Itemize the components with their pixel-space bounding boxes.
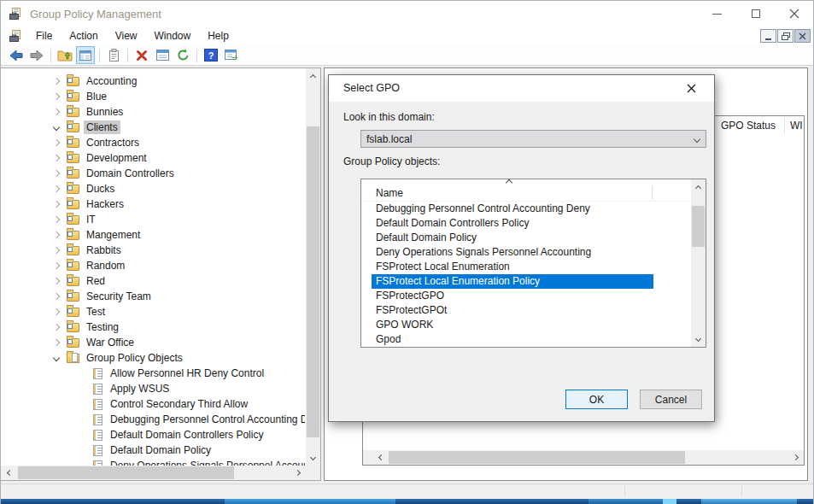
chevron-right-icon[interactable]	[53, 93, 60, 100]
chevron-right-icon[interactable]	[53, 155, 60, 161]
tree-item-mangement[interactable]: Mangement	[1, 227, 305, 243]
dialog-close-button[interactable]	[675, 75, 707, 102]
gpo-row[interactable]: FSProtectGPOt	[361, 303, 691, 318]
tree-item-hackers[interactable]: Hackers	[1, 196, 305, 212]
gpo-row[interactable]: FSProtectGPO	[361, 289, 691, 303]
chevron-right-icon[interactable]	[53, 293, 60, 300]
gpo-row[interactable]: Debugging Personnel Control Accounting D…	[361, 202, 691, 216]
close-button[interactable]	[775, 1, 813, 26]
tree-item-allow-personnel-hr-deny-control[interactable]: Allow Personnel HR Deny Control	[1, 366, 305, 381]
scroll-left-icon[interactable]	[372, 450, 387, 465]
scroll-right-icon[interactable]	[789, 450, 804, 465]
tree-item-group-policy-objects[interactable]: Group Policy Objects	[1, 350, 305, 366]
tree-item-default-domain-controllers-policy[interactable]: Default Domain Controllers Policy	[1, 427, 305, 442]
chevron-down-icon[interactable]	[53, 124, 60, 131]
chevron-down-icon[interactable]	[53, 355, 60, 361]
show-console-tree-button[interactable]	[76, 46, 95, 64]
column-divider[interactable]	[784, 118, 785, 133]
tree-item-default-domain-policy[interactable]: Default Domain Policy	[1, 442, 305, 458]
tree-item-debugging-personnel[interactable]: Debugging Personnel Control Accounting D…	[1, 412, 305, 427]
tree-hscroll-thumb[interactable]	[18, 466, 234, 479]
column-gpo-status[interactable]: GPO Status	[721, 120, 776, 132]
tree-horizontal-scrollbar[interactable]	[1, 466, 306, 480]
chevron-right-icon[interactable]	[53, 324, 60, 331]
paste-button[interactable]	[104, 46, 123, 64]
domain-combobox[interactable]: fslab.local	[360, 130, 706, 148]
chevron-right-icon[interactable]	[53, 216, 60, 223]
export-list-button[interactable]	[222, 46, 241, 64]
menu-window[interactable]: Window	[146, 27, 200, 44]
chevron-right-icon[interactable]	[53, 201, 60, 208]
menu-help[interactable]: Help	[199, 27, 237, 44]
refresh-button[interactable]	[173, 46, 192, 64]
gpo-row[interactable]: GPO WORK	[361, 318, 691, 332]
tree-item-security-team[interactable]: Security Team	[1, 289, 305, 304]
tree-item-blue[interactable]: Blue	[1, 89, 305, 104]
tree-item-deny-operations[interactable]: Deny Operations Signals Personnel Accoun…	[1, 458, 305, 466]
gpo-row[interactable]: Deny Operations Signals Personnel Accoun…	[361, 245, 691, 260]
gpo-row[interactable]: Default Domain Policy	[361, 231, 691, 245]
gpo-row[interactable]: FSProtect Local Enumeration	[361, 260, 691, 274]
scroll-down-icon[interactable]	[306, 451, 320, 466]
tree-item-clients[interactable]: Clients	[1, 120, 305, 135]
mdi-close-button[interactable]	[794, 29, 811, 43]
tree-item-red[interactable]: Red	[1, 273, 305, 289]
tree-vertical-scrollbar[interactable]	[306, 68, 320, 466]
chevron-right-icon[interactable]	[53, 170, 60, 177]
chevron-right-icon[interactable]	[53, 108, 60, 115]
tree-item-random[interactable]: Random	[1, 258, 305, 273]
chevron-right-icon[interactable]	[53, 78, 60, 85]
gpo-row[interactable]: Gpod	[361, 332, 691, 347]
ok-button[interactable]: OK	[565, 390, 628, 409]
gpo-row[interactable]: Default Domain Controllers Policy	[361, 216, 691, 231]
help-button[interactable]: ?	[202, 46, 220, 64]
minimize-button[interactable]	[698, 1, 736, 26]
column-wmi-filter[interactable]: WI	[790, 120, 803, 132]
chevron-right-icon[interactable]	[53, 185, 60, 192]
chevron-right-icon[interactable]	[53, 247, 60, 254]
menu-action[interactable]: Action	[61, 27, 106, 44]
tree-item-bunnies[interactable]: Bunnies	[1, 104, 305, 120]
tree-item-accounting[interactable]: Accounting	[1, 73, 305, 89]
mdi-minimize-button[interactable]	[760, 29, 776, 43]
chevron-right-icon[interactable]	[53, 231, 60, 238]
tree-item-testing[interactable]: Testing	[1, 319, 305, 335]
menu-view[interactable]: View	[107, 27, 146, 44]
tree-item-apply-wsus[interactable]: Apply WSUS	[1, 381, 305, 396]
maximize-button[interactable]	[736, 1, 775, 26]
tree-item-rabbits[interactable]: Rabbits	[1, 243, 305, 258]
chevron-right-icon[interactable]	[53, 262, 60, 269]
tree-item-control-secondary-third-allow[interactable]: Control Secondary Third Allow	[1, 396, 305, 412]
scroll-down-icon[interactable]	[691, 332, 706, 347]
listview-horizontal-scrollbar[interactable]	[363, 450, 804, 465]
properties-button[interactable]	[153, 46, 172, 64]
listbox-vertical-scrollbar[interactable]	[691, 179, 706, 347]
scroll-right-icon[interactable]	[291, 466, 306, 480]
listview-hscroll-thumb[interactable]	[389, 451, 685, 464]
tree-item-war-office[interactable]: War Office	[1, 335, 305, 350]
chevron-right-icon[interactable]	[53, 308, 60, 315]
chevron-right-icon[interactable]	[53, 139, 60, 146]
gpo-row-selected[interactable]: FSProtect Local Enumeration Policy	[372, 274, 653, 289]
tree-item-domain-controllers[interactable]: Domain Controllers	[1, 166, 305, 181]
scroll-up-icon[interactable]	[691, 179, 706, 194]
tree-vscroll-thumb[interactable]	[307, 126, 319, 437]
column-name[interactable]: Name	[376, 187, 403, 199]
mdi-restore-button[interactable]	[777, 29, 794, 43]
chevron-right-icon[interactable]	[53, 339, 60, 346]
tree-item-development[interactable]: Development	[1, 150, 305, 166]
forward-button[interactable]	[27, 46, 46, 64]
cancel-button[interactable]: Cancel	[640, 390, 702, 409]
scroll-left-icon[interactable]	[1, 466, 15, 480]
listbox-vscroll-thumb[interactable]	[692, 206, 705, 247]
tree-item-contractors[interactable]: Contractors	[1, 135, 305, 150]
delete-button[interactable]	[132, 46, 151, 64]
column-divider[interactable]	[652, 186, 653, 200]
up-one-level-button[interactable]	[56, 46, 74, 64]
menu-file[interactable]: File	[27, 27, 61, 44]
chevron-right-icon[interactable]	[53, 278, 60, 284]
scroll-up-icon[interactable]	[306, 68, 320, 83]
tree-item-ducks[interactable]: Ducks	[1, 181, 305, 196]
tree-item-it[interactable]: IT	[1, 212, 305, 227]
tree-item-test[interactable]: Test	[1, 304, 305, 319]
